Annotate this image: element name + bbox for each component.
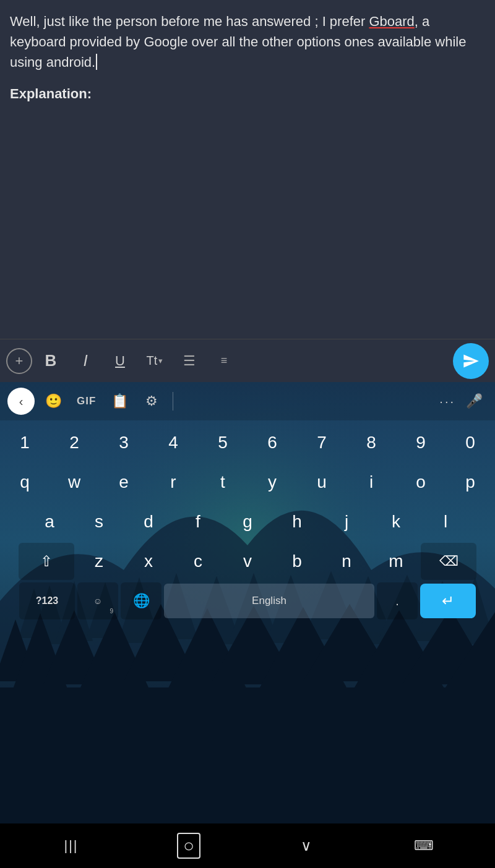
numbered-list-button[interactable]: ≡	[208, 345, 240, 377]
gear-icon: ⚙	[145, 393, 158, 409]
key-s[interactable]: s	[74, 503, 124, 540]
key-8[interactable]: 8	[346, 424, 396, 461]
emoji-key-button[interactable]: ☺ 9	[77, 582, 118, 619]
key-k[interactable]: k	[371, 503, 421, 540]
key-0[interactable]: 0	[446, 424, 495, 461]
italic-icon: I	[83, 351, 87, 370]
key-i[interactable]: i	[346, 464, 396, 501]
underline-icon: U	[115, 353, 125, 369]
key-1[interactable]: 1	[0, 424, 50, 461]
key-c[interactable]: c	[173, 543, 223, 580]
editor-text: Well, just like the person before me has…	[10, 11, 485, 72]
text-size-icon: Tt	[147, 354, 158, 368]
settings-button[interactable]: ⚙	[138, 388, 165, 415]
key-d[interactable]: d	[124, 503, 173, 540]
key-h[interactable]: h	[272, 503, 322, 540]
key-6[interactable]: 6	[248, 424, 297, 461]
bullet-list-icon: ☰	[183, 353, 196, 369]
key-b[interactable]: b	[272, 543, 322, 580]
key-v[interactable]: v	[223, 543, 272, 580]
globe-button[interactable]: 🌐	[121, 582, 161, 619]
italic-button[interactable]: I	[69, 345, 101, 377]
key-e[interactable]: e	[99, 464, 148, 501]
emoji-icon: 🙂	[45, 393, 62, 409]
bold-button[interactable]: B	[35, 345, 67, 377]
editor-text-part1: Well, just like the person before me has…	[10, 14, 369, 29]
bullet-list-button[interactable]: ☰	[173, 345, 205, 377]
chevron-down-icon: ▾	[158, 356, 163, 365]
nav-back-button[interactable]: |||	[53, 827, 90, 864]
bold-icon: B	[45, 351, 57, 370]
key-l[interactable]: l	[421, 503, 470, 540]
key-x[interactable]: x	[124, 543, 173, 580]
clipboard-icon: 📋	[111, 393, 128, 409]
key-j[interactable]: j	[322, 503, 371, 540]
nav-bar: ||| ○ ∨ ⌨	[0, 823, 495, 868]
clipboard-button[interactable]: 📋	[106, 388, 133, 415]
nav-recents-button[interactable]: ∨	[288, 827, 325, 864]
key-2[interactable]: 2	[50, 424, 99, 461]
key-q[interactable]: q	[0, 464, 50, 501]
chevron-left-icon: ‹	[19, 394, 24, 409]
keyboard-keys: 1 2 3 4 5 6 7 8 9 0 q w e r t y u i o p …	[0, 420, 495, 823]
key-9[interactable]: 9	[396, 424, 446, 461]
mic-icon: 🎤	[466, 393, 483, 409]
key-7[interactable]: 7	[297, 424, 346, 461]
subscript-9: 9	[110, 608, 113, 615]
numbers-button[interactable]: ?123	[19, 582, 75, 619]
key-y[interactable]: y	[248, 464, 297, 501]
space-button[interactable]: English	[164, 584, 374, 618]
enter-icon: ↵	[442, 592, 454, 610]
keyboard-row-qwerty: q w e r t y u i o p	[0, 464, 495, 501]
period-button[interactable]: .	[377, 582, 418, 619]
shift-button[interactable]: ⇧	[19, 543, 74, 580]
globe-icon: 🌐	[133, 593, 150, 609]
key-4[interactable]: 4	[148, 424, 198, 461]
key-t[interactable]: t	[198, 464, 248, 501]
text-cursor	[96, 54, 97, 70]
key-z[interactable]: z	[74, 543, 124, 580]
editor-area[interactable]: Well, just like the person before me has…	[0, 0, 495, 339]
nav-keyboard-button[interactable]: ⌨	[405, 827, 442, 864]
key-m[interactable]: m	[371, 543, 421, 580]
keyboard-row-asdf: a s d f g h j k l	[0, 503, 495, 540]
key-p[interactable]: p	[446, 464, 495, 501]
add-icon: +	[15, 353, 24, 369]
toolbar-divider	[173, 392, 173, 411]
gif-button[interactable]: GIF	[72, 391, 101, 411]
keyboard-back-button[interactable]: ‹	[7, 388, 35, 415]
add-button[interactable]: +	[6, 348, 32, 374]
key-r[interactable]: r	[148, 464, 198, 501]
emoji-button[interactable]: 🙂	[40, 388, 67, 415]
nav-keyboard-icon: ⌨	[414, 838, 434, 854]
mic-button[interactable]: 🎤	[460, 388, 488, 415]
more-button[interactable]: ···	[439, 394, 455, 409]
key-g[interactable]: g	[223, 503, 272, 540]
underline-button[interactable]: U	[104, 345, 136, 377]
key-5[interactable]: 5	[198, 424, 248, 461]
key-3[interactable]: 3	[99, 424, 148, 461]
key-a[interactable]: a	[25, 503, 74, 540]
nav-home-button[interactable]: ○	[170, 827, 207, 864]
explanation-label: Explanation:	[10, 83, 485, 104]
nav-recents-icon: ∨	[301, 837, 312, 854]
send-button[interactable]	[453, 343, 489, 379]
keyboard-container: ‹ 🙂 GIF 📋 ⚙ ··· 🎤 1 2 3 4 5 6 7 8 9	[0, 382, 495, 823]
keyboard-row-zxcv: ⇧ z x c v b n m ⌫	[0, 543, 495, 580]
send-icon	[462, 352, 480, 370]
keyboard-row-bottom: ?123 ☺ 9 🌐 English . ↵	[0, 582, 495, 619]
key-w[interactable]: w	[50, 464, 99, 501]
delete-button[interactable]: ⌫	[421, 543, 476, 580]
key-f[interactable]: f	[173, 503, 223, 540]
text-size-button[interactable]: Tt▾	[139, 345, 171, 377]
key-u[interactable]: u	[297, 464, 346, 501]
key-o[interactable]: o	[396, 464, 446, 501]
key-n[interactable]: n	[322, 543, 371, 580]
keyboard-top-toolbar: ‹ 🙂 GIF 📋 ⚙ ··· 🎤	[0, 382, 495, 420]
nav-home-icon: ○	[177, 833, 200, 859]
formatting-toolbar: + B I U Tt▾ ☰ ≡	[0, 339, 495, 382]
editor-text-highlighted: Gboard	[369, 14, 414, 29]
keyboard-row-numbers: 1 2 3 4 5 6 7 8 9 0	[0, 424, 495, 461]
delete-icon: ⌫	[439, 553, 458, 569]
enter-button[interactable]: ↵	[420, 584, 476, 618]
